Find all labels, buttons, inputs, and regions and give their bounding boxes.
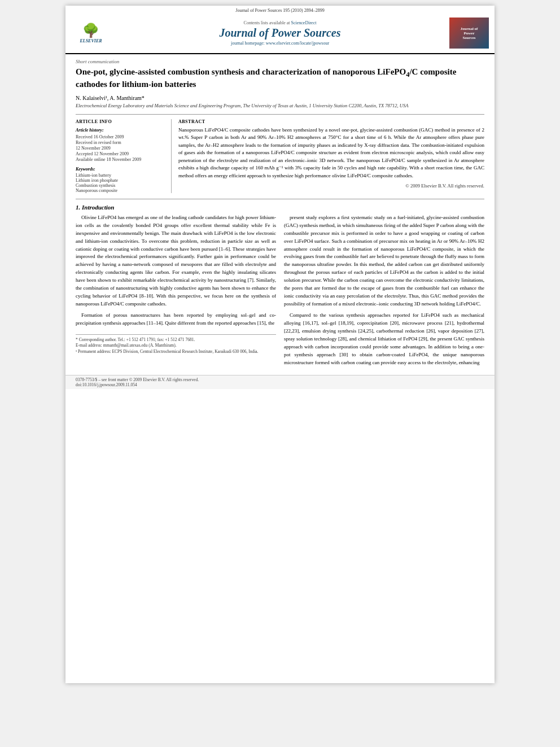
info-abstract-section: ARTICLE INFO Article history: Received 1… — [76, 114, 484, 193]
elsevier-label: ELSEVIER — [80, 38, 102, 43]
article-type: Short communication — [76, 59, 484, 64]
keywords-label: Keywords: — [76, 167, 165, 172]
journal-name: Journal of Power Sources — [111, 27, 449, 40]
footnote-2: E-mail address: mmanth@mail.utexas.edu (… — [76, 343, 276, 349]
body-para-2: Formation of porous nanostructures has b… — [76, 312, 276, 327]
section1-title: 1. Introduction — [76, 204, 484, 211]
body-col-left: Olivine LiFePO4 has emerged as one of th… — [76, 214, 276, 370]
abstract-col: ABSTRACT Nanoporous LiFePO4/C composite … — [178, 119, 484, 193]
journal-top-bar: Journal of Power Sources 195 (2010) 2894… — [71, 8, 489, 13]
journal-homepage: journal homepage: www.elsevier.com/locat… — [111, 41, 449, 46]
body-col-right: present study explores a first systemati… — [284, 214, 484, 370]
homepage-url[interactable]: www.elsevier.com/locate/jpowsour — [266, 41, 329, 46]
footnote-divider: * Corresponding author. Tel.: +1 512 471… — [76, 334, 276, 355]
abstract-heading: ABSTRACT — [178, 119, 484, 124]
body-para-3: present study explores a first systemati… — [284, 214, 484, 308]
body-para-1: Olivine LiFePO4 has emerged as one of th… — [76, 214, 276, 308]
doi-text: doi:10.1016/j.jpowsour.2009.11.054 — [76, 382, 484, 387]
thumb-label: Journal ofPowerSources — [461, 27, 478, 40]
revised-date: 12 November 2009 — [76, 146, 165, 151]
main-content: Short communication One-pot, glycine-ass… — [65, 54, 495, 375]
keyword-2: Lithium iron phosphate — [76, 178, 165, 183]
abstract-text: Nanoporous LiFePO4/C composite cathodes … — [178, 126, 484, 180]
journal-page: Journal of Power Sources 195 (2010) 2894… — [65, 6, 495, 683]
journal-ref: Journal of Power Sources 195 (2010) 2894… — [235, 8, 324, 13]
body-text-right: present study explores a first systemati… — [284, 214, 484, 367]
footnote-3: ¹ Permanent address: ECPS Division, Cent… — [76, 349, 276, 355]
received-date: Received 16 October 2009 — [76, 134, 165, 139]
elsevier-logo: 🌳 ELSEVIER — [71, 22, 111, 45]
journal-title-block: Contents lists available at ScienceDirec… — [111, 20, 449, 46]
accepted-date: Accepted 12 November 2009 — [76, 151, 165, 156]
keyword-1: Lithium-ion battery — [76, 173, 165, 178]
keyword-3: Combustion synthesis — [76, 183, 165, 188]
keyword-4: Nanoporous composite — [76, 188, 165, 193]
body-text-left: Olivine LiFePO4 has emerged as one of th… — [76, 214, 276, 327]
body-para-4: Compared to the various synthesis approa… — [284, 312, 484, 367]
article-info-heading: ARTICLE INFO — [76, 119, 165, 124]
elsevier-tree-icon: 🌳 — [82, 23, 99, 38]
journal-header: Journal of Power Sources 195 (2010) 2894… — [65, 6, 495, 54]
copyright: © 2009 Elsevier B.V. All rights reserved… — [178, 183, 484, 189]
article-title: One-pot, glycine-assisted combustion syn… — [76, 67, 484, 90]
body-section: 1. Introduction Olivine LiFePO4 has emer… — [76, 199, 484, 370]
article-info-col: ARTICLE INFO Article history: Received 1… — [76, 119, 172, 193]
history-label: Article history: — [76, 128, 165, 133]
sciencedirect-text: Contents lists available at ScienceDirec… — [111, 20, 449, 25]
body-two-col: Olivine LiFePO4 has emerged as one of th… — [76, 214, 484, 370]
journal-thumbnail: Journal ofPowerSources — [449, 18, 489, 49]
footnote-1: * Corresponding author. Tel.: +1 512 471… — [76, 337, 276, 343]
sciencedirect-link[interactable]: ScienceDirect — [291, 20, 317, 25]
journal-banner: 🌳 ELSEVIER Contents lists available at S… — [71, 15, 489, 51]
available-date: Available online 18 November 2009 — [76, 157, 165, 162]
doi-bar: 0378-7753/$ – see front matter © 2009 El… — [65, 375, 495, 389]
authors: N. Kalaiselvi¹, A. Manthiram* — [76, 95, 484, 101]
issn-text: 0378-7753/$ – see front matter © 2009 El… — [76, 377, 484, 382]
affiliation: Electrochemical Energy Laboratory and Ma… — [76, 103, 484, 108]
revised-label: Received in revised form — [76, 140, 165, 145]
